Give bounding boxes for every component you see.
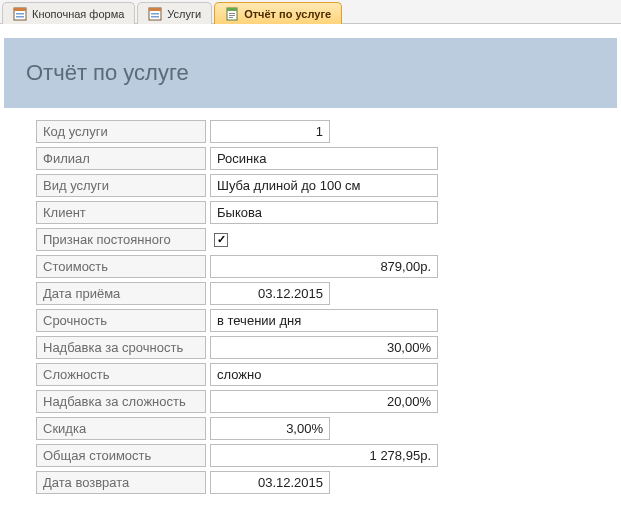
value-discount: 3,00%: [210, 417, 330, 440]
svg-rect-5: [149, 8, 161, 11]
detail-section: Код услуги 1 Филиал Росинка Вид услуги Ш…: [0, 120, 621, 494]
tab-button-form[interactable]: Кнопочная форма: [2, 2, 135, 24]
value-complexity: сложно: [210, 363, 438, 386]
value-branch: Росинка: [210, 147, 438, 170]
report-icon: [225, 7, 239, 21]
svg-rect-2: [16, 13, 24, 15]
row-discount: Скидка 3,00%: [4, 417, 617, 440]
tab-label: Услуги: [167, 8, 201, 20]
form-icon: [13, 7, 27, 21]
svg-rect-10: [229, 13, 235, 14]
value-client: Быкова: [210, 201, 438, 224]
report-body: Отчёт по услуге Код услуги 1 Филиал Роси…: [0, 38, 621, 508]
row-urgency: Срочность в течении дня: [4, 309, 617, 332]
label-cost: Стоимость: [36, 255, 206, 278]
label-urgency: Срочность: [36, 309, 206, 332]
label-total-cost: Общая стоимость: [36, 444, 206, 467]
svg-rect-12: [229, 17, 233, 18]
svg-rect-9: [227, 8, 237, 11]
tab-bar: Кнопочная форма Услуги Отчёт по услуге: [0, 0, 621, 24]
label-complexity: Сложность: [36, 363, 206, 386]
row-service-code: Код услуги 1: [4, 120, 617, 143]
row-client: Клиент Быкова: [4, 201, 617, 224]
label-urgency-surcharge: Надбавка за срочность: [36, 336, 206, 359]
svg-rect-6: [151, 13, 159, 15]
label-service-type: Вид услуги: [36, 174, 206, 197]
value-service-code: 1: [210, 120, 330, 143]
label-client: Клиент: [36, 201, 206, 224]
row-cost: Стоимость 879,00р.: [4, 255, 617, 278]
form-icon: [148, 7, 162, 21]
row-service-type: Вид услуги Шуба длиной до 100 см: [4, 174, 617, 197]
label-return-date: Дата возврата: [36, 471, 206, 494]
svg-rect-3: [16, 16, 24, 18]
label-service-code: Код услуги: [36, 120, 206, 143]
label-discount: Скидка: [36, 417, 206, 440]
row-return-date: Дата возврата 03.12.2015: [4, 471, 617, 494]
tab-label: Кнопочная форма: [32, 8, 124, 20]
svg-rect-7: [151, 16, 159, 18]
value-intake-date: 03.12.2015: [210, 282, 330, 305]
value-service-type: Шуба длиной до 100 см: [210, 174, 438, 197]
row-urgency-surcharge: Надбавка за срочность 30,00%: [4, 336, 617, 359]
tab-services[interactable]: Услуги: [137, 2, 212, 24]
checkbox-regular-flag: [210, 228, 228, 251]
svg-rect-1: [14, 8, 26, 11]
label-complexity-surcharge: Надбавка за сложность: [36, 390, 206, 413]
row-complexity-surcharge: Надбавка за сложность 20,00%: [4, 390, 617, 413]
label-regular-flag: Признак постоянного: [36, 228, 206, 251]
label-intake-date: Дата приёма: [36, 282, 206, 305]
value-cost: 879,00р.: [210, 255, 438, 278]
row-intake-date: Дата приёма 03.12.2015: [4, 282, 617, 305]
row-complexity: Сложность сложно: [4, 363, 617, 386]
value-complexity-surcharge: 20,00%: [210, 390, 438, 413]
checkbox-icon: [214, 233, 228, 247]
tab-service-report[interactable]: Отчёт по услуге: [214, 2, 342, 24]
row-regular-flag: Признак постоянного: [4, 228, 617, 251]
tab-label: Отчёт по услуге: [244, 8, 331, 20]
value-total-cost: 1 278,95р.: [210, 444, 438, 467]
row-branch: Филиал Росинка: [4, 147, 617, 170]
value-urgency-surcharge: 30,00%: [210, 336, 438, 359]
label-branch: Филиал: [36, 147, 206, 170]
value-urgency: в течении дня: [210, 309, 438, 332]
row-total-cost: Общая стоимость 1 278,95р.: [4, 444, 617, 467]
value-return-date: 03.12.2015: [210, 471, 330, 494]
report-title: Отчёт по услуге: [26, 60, 595, 86]
svg-rect-11: [229, 15, 235, 16]
report-header: Отчёт по услуге: [4, 38, 617, 108]
